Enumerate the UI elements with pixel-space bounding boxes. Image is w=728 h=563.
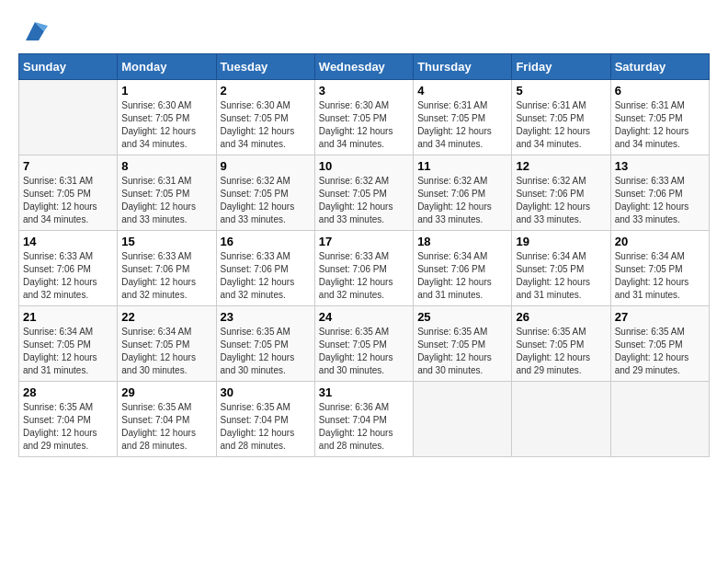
day-info: Sunrise: 6:34 AMSunset: 7:05 PMDaylight:… [23,326,113,377]
column-header-friday: Friday [512,54,610,80]
day-number: 16 [221,235,311,248]
day-info: Sunrise: 6:35 AMSunset: 7:05 PMDaylight:… [319,326,409,377]
day-info: Sunrise: 6:32 AMSunset: 7:05 PMDaylight:… [221,175,311,226]
calendar-cell: 22Sunrise: 6:34 AMSunset: 7:05 PMDayligh… [118,306,216,382]
day-number: 23 [221,310,311,324]
day-number: 13 [615,159,705,173]
day-number: 2 [221,84,311,98]
day-number: 11 [417,159,507,173]
calendar-cell: 25Sunrise: 6:35 AMSunset: 7:05 PMDayligh… [414,306,512,382]
calendar-cell: 31Sunrise: 6:36 AMSunset: 7:04 PMDayligh… [314,382,413,457]
day-info: Sunrise: 6:32 AMSunset: 7:06 PMDaylight:… [516,175,606,226]
day-info: Sunrise: 6:35 AMSunset: 7:04 PMDaylight:… [23,401,113,453]
day-number: 21 [23,310,113,324]
calendar-cell: 1Sunrise: 6:30 AMSunset: 7:05 PMDaylight… [118,80,216,155]
day-number: 19 [516,235,606,248]
column-header-wednesday: Wednesday [314,54,413,80]
day-info: Sunrise: 6:34 AMSunset: 7:05 PMDaylight:… [615,250,705,302]
column-header-tuesday: Tuesday [216,54,314,80]
day-number: 6 [615,84,705,98]
calendar-cell: 2Sunrise: 6:30 AMSunset: 7:05 PMDaylight… [216,80,314,155]
calendar-cell: 21Sunrise: 6:34 AMSunset: 7:05 PMDayligh… [19,306,118,382]
day-number: 1 [121,84,211,98]
day-number: 4 [417,84,507,98]
day-number: 18 [417,235,507,248]
calendar-cell: 23Sunrise: 6:35 AMSunset: 7:05 PMDayligh… [216,306,314,382]
day-number: 25 [417,310,507,324]
day-info: Sunrise: 6:31 AMSunset: 7:05 PMDaylight:… [516,99,606,151]
day-number: 3 [319,84,409,98]
calendar-cell: 8Sunrise: 6:31 AMSunset: 7:05 PMDaylight… [118,155,216,231]
calendar-cell: 27Sunrise: 6:35 AMSunset: 7:05 PMDayligh… [610,306,709,382]
calendar-cell: 3Sunrise: 6:30 AMSunset: 7:05 PMDaylight… [314,80,413,155]
calendar-cell: 9Sunrise: 6:32 AMSunset: 7:05 PMDaylight… [216,155,314,231]
calendar-cell [610,382,709,457]
logo [18,18,48,44]
page-header [18,18,710,44]
calendar-cell: 16Sunrise: 6:33 AMSunset: 7:06 PMDayligh… [216,231,314,306]
calendar-cell: 29Sunrise: 6:35 AMSunset: 7:04 PMDayligh… [118,382,216,457]
calendar-cell: 24Sunrise: 6:35 AMSunset: 7:05 PMDayligh… [314,306,413,382]
day-number: 24 [319,310,409,324]
day-info: Sunrise: 6:34 AMSunset: 7:06 PMDaylight:… [417,250,507,302]
day-info: Sunrise: 6:36 AMSunset: 7:04 PMDaylight:… [319,401,409,453]
day-info: Sunrise: 6:31 AMSunset: 7:05 PMDaylight:… [615,99,705,151]
calendar-cell: 15Sunrise: 6:33 AMSunset: 7:06 PMDayligh… [118,231,216,306]
day-info: Sunrise: 6:33 AMSunset: 7:06 PMDaylight:… [319,250,409,302]
day-number: 28 [23,385,113,399]
calendar-cell [512,382,610,457]
day-info: Sunrise: 6:33 AMSunset: 7:06 PMDaylight:… [221,250,311,302]
day-info: Sunrise: 6:35 AMSunset: 7:05 PMDaylight:… [417,326,507,377]
calendar-cell: 14Sunrise: 6:33 AMSunset: 7:06 PMDayligh… [19,231,118,306]
calendar-cell: 12Sunrise: 6:32 AMSunset: 7:06 PMDayligh… [512,155,610,231]
calendar-cell: 4Sunrise: 6:31 AMSunset: 7:05 PMDaylight… [414,80,512,155]
day-number: 26 [516,310,606,324]
day-info: Sunrise: 6:31 AMSunset: 7:05 PMDaylight:… [121,175,211,226]
day-info: Sunrise: 6:32 AMSunset: 7:05 PMDaylight:… [319,175,409,226]
day-number: 22 [121,310,211,324]
day-info: Sunrise: 6:31 AMSunset: 7:05 PMDaylight:… [417,99,507,151]
calendar-cell: 13Sunrise: 6:33 AMSunset: 7:06 PMDayligh… [610,155,709,231]
column-header-saturday: Saturday [610,54,709,80]
day-number: 15 [121,235,211,248]
day-number: 12 [516,159,606,173]
column-header-sunday: Sunday [19,54,118,80]
day-info: Sunrise: 6:31 AMSunset: 7:05 PMDaylight:… [23,175,113,226]
day-info: Sunrise: 6:35 AMSunset: 7:05 PMDaylight:… [516,326,606,377]
day-info: Sunrise: 6:32 AMSunset: 7:06 PMDaylight:… [417,175,507,226]
calendar-cell: 20Sunrise: 6:34 AMSunset: 7:05 PMDayligh… [610,231,709,306]
day-info: Sunrise: 6:30 AMSunset: 7:05 PMDaylight:… [319,99,409,151]
day-info: Sunrise: 6:30 AMSunset: 7:05 PMDaylight:… [121,99,211,151]
day-number: 8 [121,159,211,173]
day-info: Sunrise: 6:34 AMSunset: 7:05 PMDaylight:… [121,326,211,377]
day-number: 31 [319,385,409,399]
day-info: Sunrise: 6:30 AMSunset: 7:05 PMDaylight:… [221,99,311,151]
calendar-cell: 5Sunrise: 6:31 AMSunset: 7:05 PMDaylight… [512,80,610,155]
calendar-cell [19,80,118,155]
day-info: Sunrise: 6:33 AMSunset: 7:06 PMDaylight:… [615,175,705,226]
column-header-thursday: Thursday [414,54,512,80]
calendar-cell: 17Sunrise: 6:33 AMSunset: 7:06 PMDayligh… [314,231,413,306]
day-number: 30 [221,385,311,399]
day-number: 7 [23,159,113,173]
calendar-cell: 10Sunrise: 6:32 AMSunset: 7:05 PMDayligh… [314,155,413,231]
calendar-cell: 19Sunrise: 6:34 AMSunset: 7:05 PMDayligh… [512,231,610,306]
day-number: 27 [615,310,705,324]
day-number: 5 [516,84,606,98]
day-number: 10 [319,159,409,173]
calendar-cell: 18Sunrise: 6:34 AMSunset: 7:06 PMDayligh… [414,231,512,306]
calendar-cell: 7Sunrise: 6:31 AMSunset: 7:05 PMDaylight… [19,155,118,231]
day-info: Sunrise: 6:35 AMSunset: 7:04 PMDaylight:… [121,401,211,453]
calendar-cell [414,382,512,457]
day-number: 29 [121,385,211,399]
calendar-cell: 11Sunrise: 6:32 AMSunset: 7:06 PMDayligh… [414,155,512,231]
calendar-cell: 28Sunrise: 6:35 AMSunset: 7:04 PMDayligh… [19,382,118,457]
day-info: Sunrise: 6:35 AMSunset: 7:05 PMDaylight:… [615,326,705,377]
day-info: Sunrise: 6:34 AMSunset: 7:05 PMDaylight:… [516,250,606,302]
day-info: Sunrise: 6:33 AMSunset: 7:06 PMDaylight:… [23,250,113,302]
calendar-cell: 6Sunrise: 6:31 AMSunset: 7:05 PMDaylight… [610,80,709,155]
day-info: Sunrise: 6:35 AMSunset: 7:05 PMDaylight:… [221,326,311,377]
calendar-table: SundayMondayTuesdayWednesdayThursdayFrid… [18,53,710,457]
day-info: Sunrise: 6:35 AMSunset: 7:04 PMDaylight:… [221,401,311,453]
column-header-monday: Monday [118,54,216,80]
